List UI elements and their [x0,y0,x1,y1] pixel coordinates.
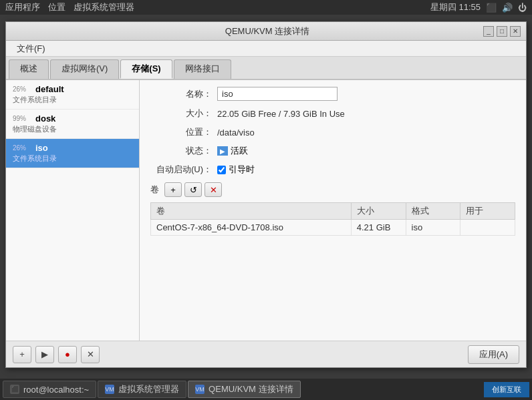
menu-bar: 文件(F) [6,41,526,57]
dosk-type: 物理磁盘设备 [13,124,132,134]
default-percent: 26% [13,85,31,93]
title-bar: QEMU/KVM 连接详情 _ □ ✕ [6,22,526,41]
volume-toolbar: 卷 + ↺ ✕ [150,182,515,197]
tab-network-interface[interactable]: 网络接口 [174,59,231,79]
table-row[interactable]: CentOS-7-x86_64-DVD-1708.iso 4.21 GiB is… [151,220,515,236]
top-bar-right: 星期四 11:55 ⬛ 🔊 ⏻ [430,1,527,13]
app-menu[interactable]: 应用程序 [5,1,40,13]
size-value: 22.05 GiB Free / 7.93 GiB In Use [217,109,345,119]
top-bar-left: 应用程序 位置 虚拟系统管理器 [5,1,134,13]
power-icon[interactable]: ⏻ [518,3,527,13]
storage-item-iso[interactable]: 26% iso 文件系统目录 [6,139,139,168]
taskbar-qemu-window[interactable]: VM QEMU/KVM 连接详情 [188,381,300,398]
iso-type: 文件系统目录 [13,154,132,164]
autostart-label: 自动启动(U)： [150,164,217,176]
volumes-label: 卷 [150,184,159,196]
file-menu[interactable]: 文件(F) [11,41,51,56]
play-bottom-button[interactable]: ▶ [35,346,54,363]
location-value: /data/viso [217,128,255,138]
taskbar-terminal[interactable]: ⬛ root@localhost:~ [3,381,96,398]
stop-bottom-button[interactable]: ● [58,346,77,363]
name-input[interactable] [217,87,338,101]
iso-percent: 26% [13,144,31,152]
add-volume-button[interactable]: + [164,182,182,197]
status-row: 状态： ▶ 活跃 [150,145,515,157]
name-row: 名称： [150,87,515,101]
location-label: 位置： [150,126,217,138]
col-header-format: 格式 [406,203,460,220]
watermark: 创新互联 [484,382,529,397]
vol-size: 4.21 GiB [351,220,406,236]
close-button[interactable]: ✕ [510,26,521,37]
storage-item-dosk[interactable]: 99% dosk 物理磁盘设备 [6,110,139,139]
play-status-icon: ▶ [217,146,228,156]
status-label: 状态： [150,145,217,157]
clock: 星期四 11:55 [430,1,481,13]
bottom-toolbar: + ▶ ● ✕ 应用(A) [6,341,526,367]
taskbar: ⬛ root@localhost:~ VM 虚拟系统管理器 VM QEMU/KV… [0,379,532,400]
size-row: 大小： 22.05 GiB Free / 7.93 GiB In Use [150,108,515,120]
virt-manager-menu[interactable]: 虚拟系统管理器 [74,1,134,13]
tab-virtual-network[interactable]: 虚拟网络(V) [50,59,119,79]
dosk-percent: 99% [13,115,31,122]
autostart-checkbox-row: 引导时 [217,164,255,176]
add-bottom-button[interactable]: + [13,346,31,363]
places-menu[interactable]: 位置 [48,1,65,13]
apply-button[interactable]: 应用(A) [468,345,519,364]
virt-manager-icon: VM [105,385,114,394]
taskbar-qemu-label: QEMU/KVM 连接详情 [209,383,293,395]
dosk-name: dosk [35,114,55,124]
taskbar-virt-manager[interactable]: VM 虚拟系统管理器 [98,381,186,398]
taskbar-right: 创新互联 [484,382,529,397]
remove-volume-button[interactable]: ✕ [205,182,222,197]
vol-name: CentOS-7-x86_64-DVD-1708.iso [151,220,352,236]
volumes-table: 卷 大小 格式 用于 CentOS-7-x86_64-DVD-1708.iso … [150,202,515,236]
autostart-checkbox[interactable] [217,166,226,174]
window-title: QEMU/KVM 连接详情 [51,25,483,37]
status-value: 活跃 [231,145,248,157]
default-name: default [35,84,64,94]
col-header-name: 卷 [151,203,352,220]
storage-item-default[interactable]: 26% default 文件系统目录 [6,80,139,110]
window-controls: _ □ ✕ [483,26,521,37]
col-header-use: 用于 [460,203,515,220]
close-bottom-button[interactable]: ✕ [81,346,100,363]
detail-panel: 名称： 大小： 22.05 GiB Free / 7.93 GiB In Use… [140,80,526,341]
default-type: 文件系统目录 [13,95,132,105]
tabs-bar: 概述 虚拟网络(V) 存储(S) 网络接口 [6,57,526,80]
refresh-volume-button[interactable]: ↺ [184,182,202,197]
qemu-icon: VM [195,385,205,394]
tab-overview[interactable]: 概述 [9,59,49,79]
top-bar: 应用程序 位置 虚拟系统管理器 星期四 11:55 ⬛ 🔊 ⏻ [0,0,532,15]
content-area: 26% default 文件系统目录 99% dosk 物理磁盘设备 26% i… [6,80,526,341]
name-label: 名称： [150,88,217,100]
terminal-icon: ⬛ [10,385,19,394]
screen-icon: ⬛ [486,3,497,13]
autostart-value: 引导时 [229,164,255,176]
location-row: 位置： /data/viso [150,126,515,138]
maximize-button[interactable]: □ [497,26,507,37]
col-header-size: 大小 [351,203,406,220]
taskbar-terminal-label: root@localhost:~ [23,385,89,395]
taskbar-virt-manager-label: 虚拟系统管理器 [118,383,179,395]
tab-storage[interactable]: 存储(S) [120,59,172,79]
main-window: QEMU/KVM 连接详情 _ □ ✕ 文件(F) 概述 虚拟网络(V) 存储(… [5,21,527,368]
storage-list: 26% default 文件系统目录 99% dosk 物理磁盘设备 26% i… [6,80,140,341]
volume-icon: 🔊 [502,3,513,13]
minimize-button[interactable]: _ [483,26,494,37]
status-badge: ▶ 活跃 [217,145,248,157]
vol-use [460,220,515,236]
size-label: 大小： [150,108,217,120]
autostart-row: 自动启动(U)： 引导时 [150,164,515,176]
vol-format: iso [406,220,460,236]
iso-name: iso [35,143,48,153]
bottom-left-buttons: + ▶ ● ✕ [13,346,100,363]
